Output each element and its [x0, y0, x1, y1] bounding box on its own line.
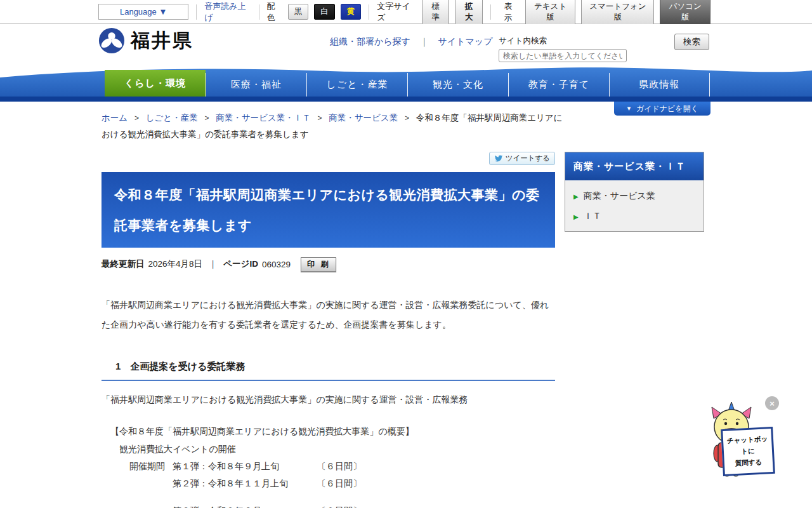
view-pc-version-button[interactable]: パソコン版: [660, 0, 710, 25]
language-dropdown-label: Language ▼: [120, 7, 167, 17]
content-area: ツイートする 令和８年度「福井駅周辺商業エリアにおける観光消費拡大事業」の委託事…: [102, 152, 704, 508]
main-column: ツイートする 令和８年度「福井駅周辺商業エリアにおける観光消費拡大事業」の委託事…: [102, 152, 555, 508]
page-title: 令和８年度「福井駅周辺商業エリアにおける観光消費拡大事業」の委託事業者を募集しま…: [102, 172, 555, 248]
divider: [259, 4, 259, 20]
period-3-days: 〔６日間〕: [317, 505, 362, 508]
nav-tab-kanko-bunka[interactable]: 観光・文化: [407, 73, 508, 97]
period-line-2: 第２弾：令和８年１１月上旬〔６日間〕: [102, 475, 555, 492]
global-nav: くらし・環境 医療・福祉 しごと・産業 観光・文化 教育・子育て 県政情報: [0, 64, 812, 102]
twitter-bird-icon: [494, 154, 503, 163]
color-yellow-button[interactable]: 黄: [341, 4, 362, 20]
site-name: 福井県: [131, 28, 193, 54]
site-search-input[interactable]: [499, 49, 627, 62]
nav-tab-kurashi-kankyo[interactable]: くらし・環境: [105, 70, 206, 97]
font-size-large-button[interactable]: 拡大: [455, 0, 482, 25]
period-2-days: 〔６日間〕: [317, 478, 362, 488]
chatbot-close-icon[interactable]: ×: [765, 396, 779, 410]
utility-bar: Language ▼ 音声読み上げ 配色 黒 白 黄 文字サイズ 標準 拡大 表…: [0, 0, 812, 24]
updated-date: 2026年4月8日: [148, 258, 203, 270]
site-search-label: サイト内検索: [499, 36, 547, 46]
divider: ｜: [209, 258, 217, 270]
nav-tab-kyoiku-kosodate[interactable]: 教育・子育て: [508, 73, 609, 97]
chatbot-sign-line1: チャットボットに: [724, 433, 771, 458]
divider: [490, 4, 491, 20]
arrow-right-icon: ▶: [573, 213, 579, 220]
period-2: 第２弾：令和８年１１月上旬: [173, 475, 317, 492]
site-logo-link[interactable]: 福井県: [98, 27, 193, 54]
period-3: 第３弾：令和９年２月: [173, 502, 317, 508]
org-search-link[interactable]: 組織・部署から探す: [330, 36, 410, 46]
section1-body: 「福井駅周辺商業エリアにおける観光消費拡大事業」の実施に関する運営・設営・広報業…: [102, 394, 555, 406]
section1-details: 【令和８年度「福井駅周辺商業エリアにおける観光消費拡大事業」の概要】 観光消費拡…: [102, 423, 555, 508]
breadcrumb-shogyo-it-link[interactable]: 商業・サービス業・ＩＴ: [216, 113, 310, 123]
overview-title: 【令和８年度「福井駅周辺商業エリアにおける観光消費拡大事業」の概要】: [102, 423, 555, 440]
chatbot-sign-line2: 質問する: [726, 456, 772, 470]
search-button[interactable]: 検索: [674, 34, 709, 50]
sidebar-items: ▶ 商業・サービス業 ▶ ＩＴ: [565, 180, 704, 231]
view-smartphone-version-button[interactable]: スマートフォン版: [581, 0, 654, 25]
color-scheme-label: 配色: [267, 1, 282, 23]
chevron-down-icon: ▼: [626, 105, 632, 112]
arrow-right-icon: ▶: [573, 193, 579, 200]
divider: [196, 4, 197, 20]
sitemap-link[interactable]: サイトマップ: [438, 36, 492, 46]
period-1: 第１弾：令和８年９月上旬: [173, 458, 317, 475]
nav-tabs: くらし・環境 医療・福祉 しごと・産業 観光・文化 教育・子育て 県政情報: [105, 70, 710, 97]
nav-tab-kensei-joho[interactable]: 県政情報: [609, 73, 710, 97]
divider: [369, 4, 369, 20]
period-label: 開催期間: [129, 458, 173, 475]
language-dropdown[interactable]: Language ▼: [98, 4, 188, 20]
breadcrumb-separator: >: [204, 114, 209, 123]
color-white-button[interactable]: 白: [314, 4, 335, 20]
chatbot-widget: × チャットボットに 質問する: [705, 392, 787, 486]
font-size-label: 文字サイズ: [377, 1, 416, 23]
breadcrumb-separator: >: [317, 114, 322, 123]
article-intro: 「福井駅周辺商業エリアにおける観光消費拡大事業」の実施に関する運営・設営・広報業…: [102, 295, 555, 335]
category-sidebar: 商業・サービス業・ＩＴ ▶ 商業・サービス業 ▶ ＩＴ: [565, 152, 704, 232]
breadcrumb-home-link[interactable]: ホーム: [102, 113, 128, 123]
font-size-standard-button[interactable]: 標準: [422, 0, 449, 25]
article-meta: 最終更新日 2026年4月8日 ｜ ページID 060329 印 刷: [102, 257, 555, 272]
page-id-value: 060329: [262, 260, 291, 269]
breadcrumb: ホーム > しごと・産業 > 商業・サービス業・ＩＴ > 商業・サービス業 > …: [102, 110, 571, 142]
nav-bottom-strip: [0, 97, 812, 102]
fukui-prefecture-emblem-icon: [98, 27, 125, 54]
color-black-button[interactable]: 黒: [288, 4, 309, 20]
print-button[interactable]: 印 刷: [301, 257, 336, 272]
header-links: 組織・部署から探す ｜ サイトマップ: [330, 36, 492, 48]
breadcrumb-separator: >: [405, 114, 409, 123]
guide-nav-open-button[interactable]: ▼ ガイドナビを開く: [614, 102, 710, 116]
page-id-label: ページID: [223, 258, 258, 270]
divider: ｜: [420, 36, 429, 46]
view-mode-label: 表示: [504, 1, 520, 23]
view-text-version-button[interactable]: テキスト版: [525, 0, 576, 25]
breadcrumb-shogyo-link[interactable]: 商業・サービス業: [329, 113, 398, 123]
sidebar-item-it[interactable]: ▶ ＩＴ: [565, 206, 704, 227]
breadcrumb-shigoto-link[interactable]: しごと・産業: [146, 113, 198, 123]
updated-label: 最終更新日: [102, 258, 145, 270]
period-line-1: 開催期間第１弾：令和８年９月上旬〔６日間〕: [102, 458, 555, 475]
share-row: ツイートする: [102, 152, 555, 165]
nav-tab-iryo-fukushi[interactable]: 医療・福祉: [206, 73, 306, 97]
sidebar-item-shogyo-service[interactable]: ▶ 商業・サービス業: [565, 186, 704, 206]
period-line-3: 第３弾：令和９年２月〔６日間〕: [102, 502, 555, 508]
event-line: 観光消費拡大イベントの開催: [102, 441, 555, 458]
tweet-button[interactable]: ツイートする: [489, 152, 555, 165]
sidebar-category-title[interactable]: 商業・サービス業・ＩＴ: [565, 152, 704, 180]
site-header: 福井県 組織・部署から探す ｜ サイトマップ サイト内検索 検索: [0, 24, 812, 64]
nav-tab-shigoto-sangyo[interactable]: しごと・産業: [306, 73, 407, 97]
breadcrumb-separator: >: [134, 114, 139, 123]
period-1-days: 〔６日間〕: [317, 461, 362, 471]
audio-readout-link[interactable]: 音声読み上げ: [204, 1, 251, 23]
section1-heading: 1 企画提案を受ける委託業務: [102, 361, 555, 381]
chatbot-open-button[interactable]: チャットボットに 質問する: [721, 427, 775, 476]
